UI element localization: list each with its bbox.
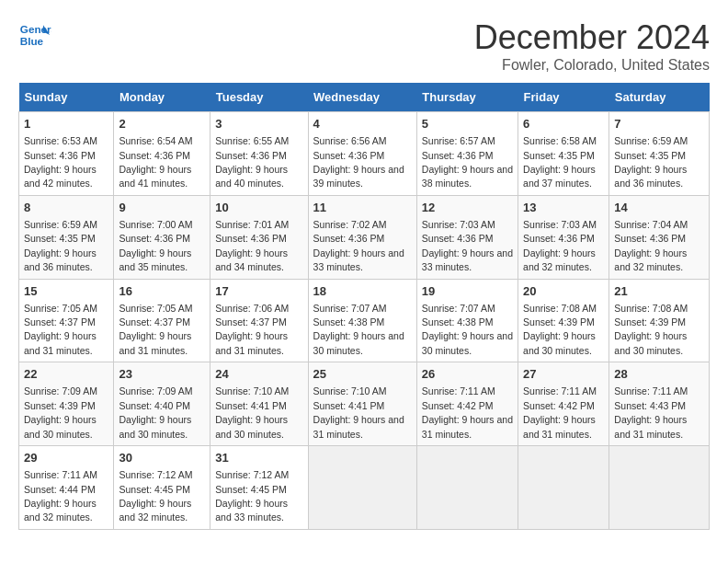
calendar-cell: 20 Sunrise: 7:08 AMSunset: 4:39 PMDaylig… bbox=[518, 279, 609, 362]
logo: General Blue bbox=[18, 18, 51, 52]
calendar-cell: 19 Sunrise: 7:07 AMSunset: 4:38 PMDaylig… bbox=[416, 279, 518, 362]
day-number: 26 bbox=[422, 366, 513, 383]
calendar-cell: 28 Sunrise: 7:11 AMSunset: 4:43 PMDaylig… bbox=[609, 362, 710, 446]
calendar-cell bbox=[609, 446, 710, 530]
logo-icon: General Blue bbox=[18, 18, 51, 52]
day-detail: Sunrise: 7:05 AMSunset: 4:37 PMDaylight:… bbox=[24, 303, 97, 356]
calendar-cell: 11 Sunrise: 7:02 AMSunset: 4:36 PMDaylig… bbox=[308, 195, 416, 279]
calendar-cell: 13 Sunrise: 7:03 AMSunset: 4:36 PMDaylig… bbox=[518, 195, 609, 279]
day-header-monday: Monday bbox=[114, 83, 210, 112]
day-detail: Sunrise: 6:58 AMSunset: 4:35 PMDaylight:… bbox=[523, 135, 597, 189]
day-number: 14 bbox=[614, 200, 704, 216]
calendar-cell: 2 Sunrise: 6:54 AMSunset: 4:36 PMDayligh… bbox=[114, 112, 210, 196]
day-detail: Sunrise: 7:07 AMSunset: 4:38 PMDaylight:… bbox=[313, 303, 404, 356]
day-number: 29 bbox=[24, 450, 108, 466]
day-detail: Sunrise: 7:03 AMSunset: 4:36 PMDaylight:… bbox=[422, 219, 513, 272]
day-number: 16 bbox=[119, 283, 205, 300]
week-row-4: 22 Sunrise: 7:09 AMSunset: 4:39 PMDaylig… bbox=[19, 362, 710, 446]
day-header-sunday: Sunday bbox=[19, 83, 114, 112]
title-area: December 2024 Fowler, Colorado, United S… bbox=[474, 18, 710, 74]
day-number: 11 bbox=[313, 200, 412, 216]
day-detail: Sunrise: 7:00 AMSunset: 4:36 PMDaylight:… bbox=[119, 219, 192, 272]
calendar-cell: 23 Sunrise: 7:09 AMSunset: 4:40 PMDaylig… bbox=[114, 362, 210, 446]
week-row-5: 29 Sunrise: 7:11 AMSunset: 4:44 PMDaylig… bbox=[19, 446, 710, 530]
calendar-body: 1 Sunrise: 6:53 AMSunset: 4:36 PMDayligh… bbox=[19, 112, 710, 530]
day-detail: Sunrise: 6:55 AMSunset: 4:36 PMDaylight:… bbox=[215, 135, 289, 189]
day-detail: Sunrise: 7:02 AMSunset: 4:36 PMDaylight:… bbox=[313, 219, 404, 272]
calendar-cell: 24 Sunrise: 7:10 AMSunset: 4:41 PMDaylig… bbox=[210, 362, 308, 446]
day-number: 21 bbox=[614, 283, 704, 300]
day-detail: Sunrise: 7:09 AMSunset: 4:40 PMDaylight:… bbox=[119, 385, 192, 439]
day-detail: Sunrise: 6:57 AMSunset: 4:36 PMDaylight:… bbox=[422, 135, 513, 189]
day-number: 2 bbox=[119, 116, 205, 132]
calendar-cell: 25 Sunrise: 7:10 AMSunset: 4:41 PMDaylig… bbox=[308, 362, 416, 446]
day-header-wednesday: Wednesday bbox=[308, 83, 416, 112]
day-number: 24 bbox=[215, 366, 302, 383]
day-number: 27 bbox=[523, 366, 604, 383]
calendar-cell: 1 Sunrise: 6:53 AMSunset: 4:36 PMDayligh… bbox=[19, 112, 114, 196]
calendar-cell: 27 Sunrise: 7:11 AMSunset: 4:42 PMDaylig… bbox=[518, 362, 609, 446]
calendar-cell: 16 Sunrise: 7:05 AMSunset: 4:37 PMDaylig… bbox=[114, 279, 210, 362]
calendar-cell: 14 Sunrise: 7:04 AMSunset: 4:36 PMDaylig… bbox=[609, 195, 710, 279]
calendar-cell: 21 Sunrise: 7:08 AMSunset: 4:39 PMDaylig… bbox=[609, 279, 710, 362]
calendar-cell: 3 Sunrise: 6:55 AMSunset: 4:36 PMDayligh… bbox=[210, 112, 308, 196]
calendar-cell: 6 Sunrise: 6:58 AMSunset: 4:35 PMDayligh… bbox=[518, 112, 609, 196]
day-number: 30 bbox=[119, 450, 205, 466]
day-header-tuesday: Tuesday bbox=[210, 83, 308, 112]
day-header-thursday: Thursday bbox=[416, 83, 518, 112]
day-number: 9 bbox=[119, 200, 205, 216]
calendar-cell: 26 Sunrise: 7:11 AMSunset: 4:42 PMDaylig… bbox=[416, 362, 518, 446]
day-detail: Sunrise: 6:59 AMSunset: 4:35 PMDaylight:… bbox=[614, 135, 688, 189]
day-number: 4 bbox=[313, 116, 412, 132]
week-row-1: 1 Sunrise: 6:53 AMSunset: 4:36 PMDayligh… bbox=[19, 112, 710, 196]
calendar-cell: 8 Sunrise: 6:59 AMSunset: 4:35 PMDayligh… bbox=[19, 195, 114, 279]
calendar-cell: 31 Sunrise: 7:12 AMSunset: 4:45 PMDaylig… bbox=[210, 446, 308, 530]
week-row-3: 15 Sunrise: 7:05 AMSunset: 4:37 PMDaylig… bbox=[19, 279, 710, 362]
day-detail: Sunrise: 6:54 AMSunset: 4:36 PMDaylight:… bbox=[119, 135, 192, 189]
day-detail: Sunrise: 7:06 AMSunset: 4:37 PMDaylight:… bbox=[215, 303, 289, 356]
day-detail: Sunrise: 7:03 AMSunset: 4:36 PMDaylight:… bbox=[523, 219, 597, 272]
day-detail: Sunrise: 7:07 AMSunset: 4:38 PMDaylight:… bbox=[422, 303, 513, 356]
calendar-cell: 22 Sunrise: 7:09 AMSunset: 4:39 PMDaylig… bbox=[19, 362, 114, 446]
calendar-table: SundayMondayTuesdayWednesdayThursdayFrid… bbox=[18, 83, 710, 530]
day-number: 17 bbox=[215, 283, 302, 300]
day-number: 13 bbox=[523, 200, 604, 216]
calendar-cell: 9 Sunrise: 7:00 AMSunset: 4:36 PMDayligh… bbox=[114, 195, 210, 279]
calendar-header-row: SundayMondayTuesdayWednesdayThursdayFrid… bbox=[19, 83, 710, 112]
calendar-cell: 10 Sunrise: 7:01 AMSunset: 4:36 PMDaylig… bbox=[210, 195, 308, 279]
day-number: 20 bbox=[523, 283, 604, 300]
day-number: 31 bbox=[215, 450, 302, 466]
day-detail: Sunrise: 6:53 AMSunset: 4:36 PMDaylight:… bbox=[24, 135, 97, 189]
day-detail: Sunrise: 6:59 AMSunset: 4:35 PMDaylight:… bbox=[24, 219, 97, 272]
day-number: 8 bbox=[24, 200, 108, 216]
day-detail: Sunrise: 7:11 AMSunset: 4:42 PMDaylight:… bbox=[422, 385, 513, 439]
week-row-2: 8 Sunrise: 6:59 AMSunset: 4:35 PMDayligh… bbox=[19, 195, 710, 279]
day-detail: Sunrise: 7:09 AMSunset: 4:39 PMDaylight:… bbox=[24, 385, 97, 439]
calendar-cell: 4 Sunrise: 6:56 AMSunset: 4:36 PMDayligh… bbox=[308, 112, 416, 196]
day-detail: Sunrise: 7:12 AMSunset: 4:45 PMDaylight:… bbox=[215, 469, 289, 523]
day-detail: Sunrise: 7:01 AMSunset: 4:36 PMDaylight:… bbox=[215, 219, 289, 272]
calendar-cell: 29 Sunrise: 7:11 AMSunset: 4:44 PMDaylig… bbox=[19, 446, 114, 530]
day-number: 15 bbox=[24, 283, 108, 300]
day-number: 18 bbox=[313, 283, 412, 300]
day-number: 25 bbox=[313, 366, 412, 383]
day-detail: Sunrise: 7:05 AMSunset: 4:37 PMDaylight:… bbox=[119, 303, 192, 356]
day-number: 6 bbox=[523, 116, 604, 132]
day-number: 10 bbox=[215, 200, 302, 216]
day-header-friday: Friday bbox=[518, 83, 609, 112]
calendar-cell: 18 Sunrise: 7:07 AMSunset: 4:38 PMDaylig… bbox=[308, 279, 416, 362]
header: General Blue December 2024 Fowler, Color… bbox=[18, 18, 710, 74]
day-number: 7 bbox=[614, 116, 704, 132]
svg-text:Blue: Blue bbox=[20, 35, 44, 47]
calendar-cell: 30 Sunrise: 7:12 AMSunset: 4:45 PMDaylig… bbox=[114, 446, 210, 530]
day-number: 1 bbox=[24, 116, 108, 132]
calendar-subtitle: Fowler, Colorado, United States bbox=[474, 57, 710, 74]
day-detail: Sunrise: 6:56 AMSunset: 4:36 PMDaylight:… bbox=[313, 135, 404, 189]
calendar-cell: 12 Sunrise: 7:03 AMSunset: 4:36 PMDaylig… bbox=[416, 195, 518, 279]
day-number: 12 bbox=[422, 200, 513, 216]
calendar-cell: 7 Sunrise: 6:59 AMSunset: 4:35 PMDayligh… bbox=[609, 112, 710, 196]
day-detail: Sunrise: 7:11 AMSunset: 4:43 PMDaylight:… bbox=[614, 385, 688, 439]
calendar-cell: 15 Sunrise: 7:05 AMSunset: 4:37 PMDaylig… bbox=[19, 279, 114, 362]
day-detail: Sunrise: 7:04 AMSunset: 4:36 PMDaylight:… bbox=[614, 219, 688, 272]
day-number: 23 bbox=[119, 366, 205, 383]
